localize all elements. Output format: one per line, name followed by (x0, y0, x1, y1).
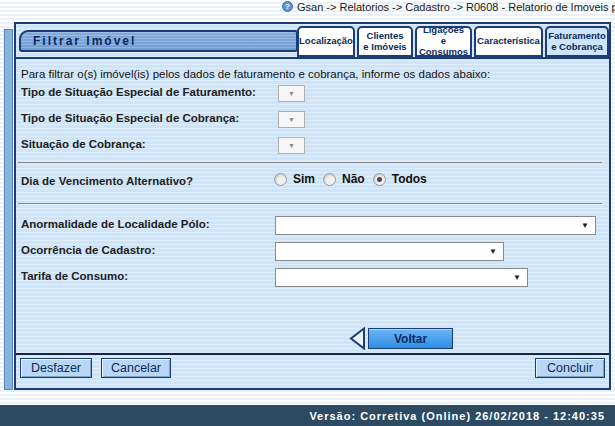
radio-option-sim[interactable]: Sim (274, 172, 315, 186)
page-title: Filtrar Imóvel (19, 30, 298, 52)
label-anormalidade-localidade-polo: Anormalidade de Localidade Pólo: (21, 218, 210, 230)
voltar-button[interactable]: Voltar (368, 328, 453, 349)
filter-panel: Filtrar Imóvel Localização Clientes e Im… (14, 22, 611, 390)
radio-option-todos[interactable]: Todos (373, 172, 427, 186)
tab-caracteristica[interactable]: Característica (474, 26, 543, 57)
chevron-down-icon: ▼ (489, 247, 497, 256)
radio-option-nao[interactable]: Não (323, 172, 365, 186)
select-ocorrencia-cadastro[interactable]: ▼ (275, 242, 504, 261)
chevron-down-icon: ▼ (513, 273, 521, 282)
label-ocorrencia-cadastro: Ocorrência de Cadastro: (21, 244, 155, 256)
desfazer-button[interactable]: Desfazer (20, 358, 92, 378)
tab-clientes-e-imoveis[interactable]: Clientes e Imóveis (357, 26, 413, 57)
tab-ligacoes-e-consumos[interactable]: Ligações e Consumos (415, 26, 472, 57)
radio-nao[interactable] (323, 173, 336, 186)
select-tipo-situacao-faturamento[interactable]: ▼ (278, 85, 305, 102)
label-tipo-situacao-faturamento: Tipo de Situação Especial de Faturamento… (21, 86, 256, 98)
chevron-down-icon: ▼ (288, 90, 295, 97)
label-dia-vencimento-alternativo: Dia de Vencimento Alternativo? (21, 175, 193, 187)
status-bar: Versão: Corretiva (Online) 26/02/2018 - … (0, 405, 615, 426)
cancelar-button[interactable]: Cancelar (101, 358, 171, 378)
help-icon[interactable]: ? (282, 1, 293, 12)
select-anormalidade-localidade-polo[interactable]: ▼ (275, 216, 596, 235)
version-text: Versão: Corretiva (Online) 26/02/2018 - … (309, 410, 605, 422)
separator (18, 162, 602, 163)
tab-faturamento-e-cobranca[interactable]: Faturamento e Cobrança (545, 26, 609, 57)
radio-todos[interactable] (373, 173, 386, 186)
select-tarifa-consumo[interactable]: ▼ (275, 268, 528, 287)
page-title-label: Filtrar Imóvel (33, 34, 136, 48)
label-tarifa-consumo: Tarifa de Consumo: (21, 270, 128, 282)
radio-sim[interactable] (274, 173, 287, 186)
tabs-baseline (16, 57, 609, 59)
separator (18, 203, 602, 204)
back-arrow-icon (349, 327, 366, 350)
chevron-down-icon: ▼ (288, 116, 295, 123)
select-tipo-situacao-cobranca[interactable]: ▼ (278, 111, 305, 128)
gsan-filter-screen: ? Gsan -> Relatorios -> Cadastro -> R060… (0, 0, 615, 426)
instruction-text: Para filtrar o(s) imóvel(is) pelos dados… (21, 68, 490, 80)
tab-localizacao[interactable]: Localização (297, 26, 355, 57)
footer-separator (16, 353, 609, 355)
select-situacao-cobranca[interactable]: ▼ (278, 137, 305, 154)
chevron-down-icon: ▼ (288, 142, 295, 149)
breadcrumb: ? Gsan -> Relatorios -> Cadastro -> R060… (282, 0, 615, 13)
radio-group-dia-vencimento: Sim Não Todos (274, 172, 427, 186)
breadcrumb-text: Gsan -> Relatorios -> Cadastro -> R0608 … (297, 1, 615, 13)
left-decoration-bar (4, 29, 13, 390)
concluir-button[interactable]: Concluir (535, 358, 605, 378)
chevron-down-icon: ▼ (581, 221, 589, 230)
label-tipo-situacao-cobranca: Tipo de Situação Especial de Cobrança: (21, 112, 239, 124)
label-situacao-cobranca: Situação de Cobrança: (21, 138, 146, 150)
